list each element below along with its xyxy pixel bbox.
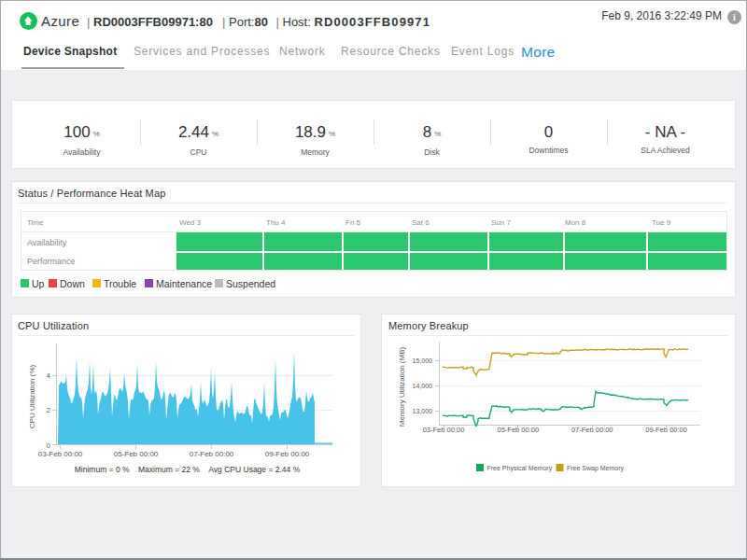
svg-text:07-Feb 00:00: 07-Feb 00:00 [571, 426, 613, 434]
svg-text:05-Feb 00:00: 05-Feb 00:00 [114, 450, 159, 458]
svg-text:2: 2 [47, 406, 51, 414]
svg-text:CPU Utilization (%): CPU Utilization (%) [28, 364, 36, 428]
svg-text:15,000: 15,000 [413, 357, 433, 364]
svg-text:Free Swap Memory: Free Swap Memory [567, 465, 625, 472]
svg-text:Free Physical Memory: Free Physical Memory [487, 465, 553, 472]
svg-text:05-Feb 00:00: 05-Feb 00:00 [497, 426, 539, 434]
svg-text:07-Feb 00:00: 07-Feb 00:00 [190, 450, 234, 458]
svg-text:14,000: 14,000 [413, 383, 433, 389]
svg-text:4: 4 [47, 371, 51, 380]
svg-text:03-Feb 00:00: 03-Feb 00:00 [38, 450, 83, 458]
svg-text:Memory Utilization (MB): Memory Utilization (MB) [398, 346, 406, 427]
svg-text:13,000: 13,000 [413, 408, 433, 414]
svg-text:03-Feb 00:00: 03-Feb 00:00 [423, 426, 465, 434]
svg-text:09-Feb 00:00: 09-Feb 00:00 [645, 426, 687, 434]
svg-text:0: 0 [47, 441, 51, 450]
svg-text:09-Feb 00:00: 09-Feb 00:00 [265, 450, 310, 458]
